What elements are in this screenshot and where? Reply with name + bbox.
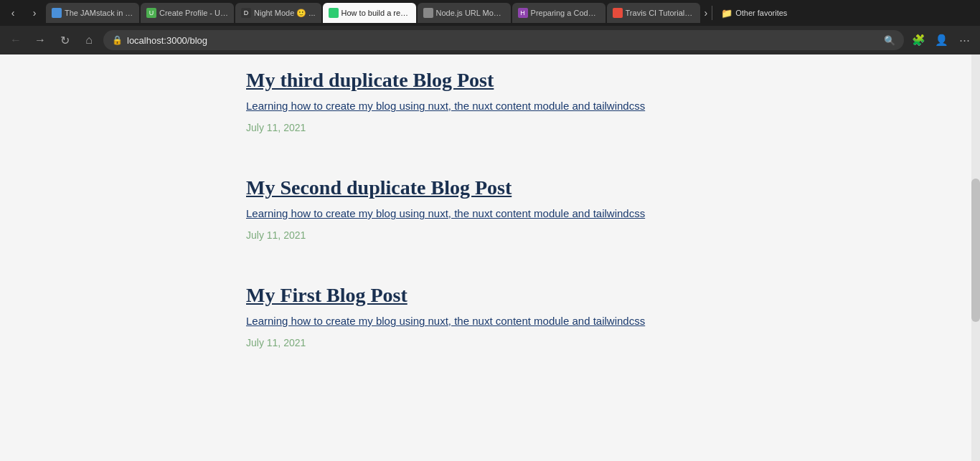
- post-1-title[interactable]: My third duplicate Blog Post: [246, 69, 494, 92]
- blog-list: My third duplicate Blog Post Learning ho…: [217, 69, 763, 348]
- tab-label: The JAMstack in 20...: [65, 9, 133, 17]
- tab-create-profile[interactable]: U Create Profile - Up...: [141, 3, 234, 23]
- tab-how-to-build[interactable]: How to build a real...: [323, 3, 416, 23]
- tab-travis[interactable]: Travis CI Tutorial - T...: [607, 3, 700, 23]
- page-content: My third duplicate Blog Post Learning ho…: [0, 54, 980, 461]
- back-nav-button[interactable]: ←: [6, 30, 26, 50]
- post-1-description[interactable]: Learning how to create my blog using nux…: [246, 98, 677, 115]
- profile-button[interactable]: 👤: [931, 30, 951, 50]
- post-3-description[interactable]: Learning how to create my blog using nux…: [246, 313, 677, 330]
- separator: [712, 6, 712, 20]
- tab-favicon: [613, 8, 623, 18]
- blog-post-3: My First Blog Post Learning how to creat…: [246, 284, 734, 348]
- extensions-button[interactable]: 🧩: [908, 30, 928, 50]
- forward-nav-button[interactable]: →: [30, 30, 50, 50]
- tab-favicon: U: [146, 8, 156, 18]
- search-icon: 🔍: [884, 35, 895, 46]
- toolbar-icons: 🧩 👤 ⋯: [908, 30, 974, 50]
- tab-bar: ‹ › The JAMstack in 20... U Create Profi…: [0, 0, 980, 26]
- tab-night-mode[interactable]: D Night Mode 🙂 ...: [235, 3, 321, 23]
- post-1-date: July 11, 2021: [246, 122, 734, 133]
- blog-post-1: My third duplicate Blog Post Learning ho…: [246, 69, 734, 133]
- blog-post-2: My Second duplicate Blog Post Learning h…: [246, 176, 734, 241]
- post-3-title[interactable]: My First Blog Post: [246, 284, 407, 307]
- tab-label: How to build a real...: [341, 9, 410, 17]
- lock-icon: 🔒: [112, 35, 123, 45]
- tab-label: Night Mode 🙂 ...: [254, 9, 316, 18]
- post-2-description[interactable]: Learning how to create my blog using nux…: [246, 205, 677, 222]
- tab-nodejs[interactable]: Node.js URL Module: [418, 3, 511, 23]
- tab-label: Travis CI Tutorial - T...: [626, 9, 694, 17]
- reload-button[interactable]: ↻: [55, 30, 75, 50]
- tab-favicon: H: [518, 8, 528, 18]
- tab-label: Create Profile - Up...: [159, 9, 228, 17]
- tabs-more-button[interactable]: ›: [705, 7, 708, 19]
- scrollbar-thumb[interactable]: [971, 179, 980, 322]
- tab-favicon: [329, 8, 339, 18]
- other-favorites[interactable]: 📁 Other favorites: [717, 6, 791, 20]
- tab-label: Preparing a Codeba...: [531, 9, 600, 17]
- tab-favicon: D: [241, 8, 251, 18]
- post-2-date: July 11, 2021: [246, 229, 734, 241]
- post-2-title[interactable]: My Second duplicate Blog Post: [246, 176, 512, 199]
- forward-button[interactable]: ›: [24, 3, 44, 23]
- back-button[interactable]: ‹: [3, 3, 23, 23]
- more-button[interactable]: ⋯: [954, 30, 974, 50]
- url-bar[interactable]: 🔒 localhost:3000/blog 🔍: [103, 30, 904, 50]
- browser-chrome: ‹ › The JAMstack in 20... U Create Profi…: [0, 0, 980, 54]
- other-favorites-label: Other favorites: [735, 9, 787, 17]
- address-bar: ← → ↻ ⌂ 🔒 localhost:3000/blog 🔍 🧩 👤 ⋯: [0, 26, 980, 54]
- url-text: localhost:3000/blog: [127, 35, 880, 46]
- tab-favicon: [423, 8, 433, 18]
- tab-jamstack[interactable]: The JAMstack in 20...: [46, 3, 139, 23]
- home-button[interactable]: ⌂: [79, 30, 99, 50]
- folder-icon: 📁: [721, 8, 732, 19]
- post-3-date: July 11, 2021: [246, 337, 734, 348]
- tab-label: Node.js URL Module: [436, 9, 505, 17]
- scrollbar[interactable]: [971, 54, 980, 461]
- tab-favicon: [52, 8, 62, 18]
- tab-codeba[interactable]: H Preparing a Codeba...: [512, 3, 606, 23]
